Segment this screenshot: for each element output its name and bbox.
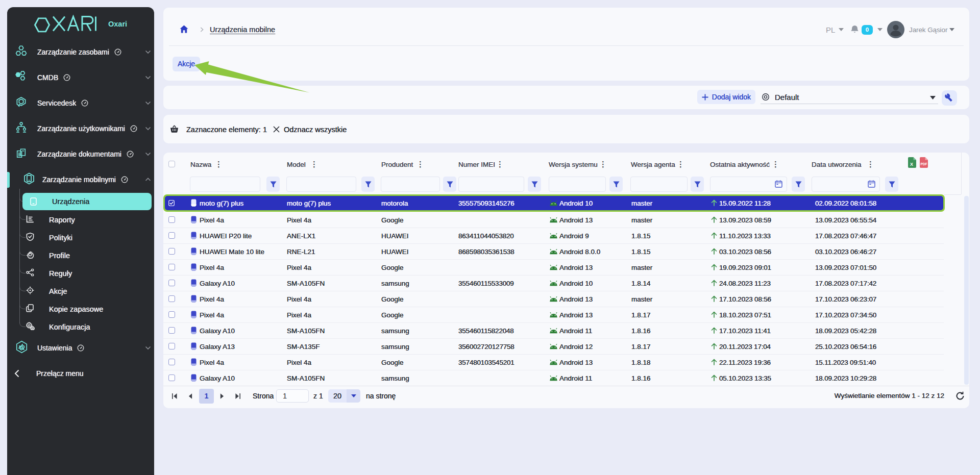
svg-text:PDF: PDF	[921, 162, 927, 166]
svg-text:X: X	[910, 162, 913, 167]
